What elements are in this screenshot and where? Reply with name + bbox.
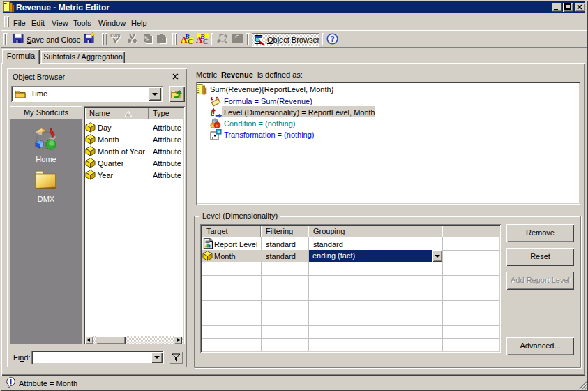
- svg-text:C: C: [203, 38, 208, 45]
- svg-text:F: F: [144, 35, 148, 40]
- svg-text:A: A: [196, 34, 203, 45]
- svg-text:?: ?: [331, 34, 335, 44]
- svg-text:C: C: [188, 38, 193, 45]
- svg-text:A: A: [181, 34, 188, 45]
